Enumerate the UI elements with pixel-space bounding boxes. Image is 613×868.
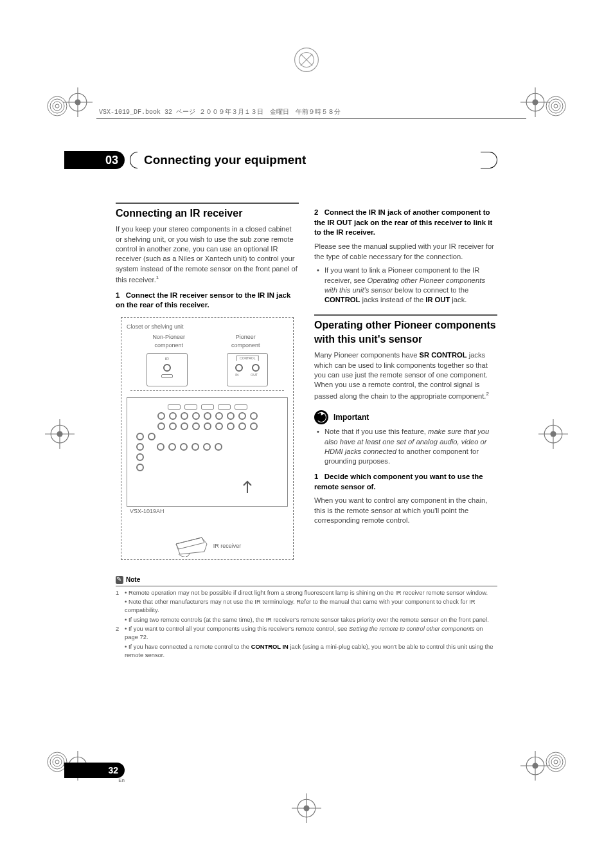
svg-point-23 [550,431,556,437]
svg-point-33 [549,99,563,113]
footnote-line: 1• Remote operation may not be possible … [116,589,497,597]
diagram-label: Pioneer component [222,333,269,349]
svg-point-42 [551,757,560,766]
note-icon [116,576,123,584]
footnote-line: 2• If you want to control all your compo… [116,625,497,641]
step-body: When you want to control any component i… [314,496,497,525]
crop-mark-icon [292,793,321,823]
chapter-title: Connecting your equipment [144,153,474,167]
component-box-icon: CONTROL IN OUT [227,353,268,386]
svg-point-27 [303,805,309,811]
register-circle-icon [545,95,567,117]
bullet-item: If you want to link a Pioneer component … [324,266,497,305]
note-label: Note [126,575,140,584]
crop-mark-icon [45,419,75,449]
step-heading: 2 Connect the IR IN jack of another comp… [314,208,497,238]
important-label: Important [333,412,369,423]
step-heading: 1 Connect the IR receiver sensor to the … [116,291,299,311]
left-column: Connecting an IR receiver If you keep yo… [116,203,299,566]
svg-point-15 [532,763,538,768]
svg-point-35 [554,104,558,108]
step-heading: 1 Decide which component you want to use… [314,472,497,492]
arrow-icon [238,476,256,494]
page-number: 32 [108,766,118,775]
register-circle-icon [545,751,567,773]
imposition-header: VSX-1019_DF.book 32 ページ ２００９年３月１３日 金曜日 午… [96,107,526,119]
svg-point-30 [53,102,62,111]
model-label: VSX-1019AH [130,507,164,515]
svg-point-3 [75,99,80,105]
component-box-icon: IR [147,353,188,386]
imposition-text: VSX-1019_DF.book 32 ページ ２００９年３月１３日 金曜日 午… [99,107,341,116]
intro-paragraph: If you keep your stereo components in a … [116,224,299,285]
svg-point-19 [57,431,62,437]
ir-receiver-icon [173,535,209,557]
crop-mark-icon [292,45,321,75]
page-lang: En [71,777,125,783]
section-intro: Many Pioneer components have SR CONTROL … [314,350,497,401]
crop-mark-icon [538,419,568,449]
bullet-list: If you want to link a Pioneer component … [314,266,497,305]
svg-point-43 [554,760,558,764]
section-heading: Operating other Pioneer components with … [314,314,497,347]
bullet-item: Note that if you use this feature, make … [324,427,497,467]
svg-point-38 [53,757,62,766]
right-column: 2 Connect the IR IN jack of another comp… [314,203,497,566]
step-body: Please see the manual supplied with your… [314,242,497,262]
svg-point-37 [50,755,64,769]
chapter-number: 03 [64,151,125,169]
svg-point-39 [55,760,59,764]
bracket-end-icon [481,152,497,168]
rear-panel-icon: VSX-1019AH [127,397,288,507]
svg-point-41 [549,755,563,769]
footnote-line: • Note that other manufacturers may not … [116,598,497,614]
connection-diagram: Closet or shelving unit Non-Pioneer comp… [121,317,294,560]
diagram-caption: Closet or shelving unit [127,323,288,330]
bullet-list: Note that if you use this feature, make … [314,427,497,467]
footnote-line: • If you have connected a remote control… [116,643,497,659]
footnote-section: Note 1• Remote operation may not be poss… [116,575,497,659]
chapter-header: 03 Connecting your equipment [64,151,497,169]
page-number-badge: 32 [64,763,125,778]
register-circle-icon [46,95,68,117]
section-heading: Connecting an IR receiver [116,203,299,221]
ir-receiver-label: IR receiver [213,542,242,550]
footnote-line: • If using two remote controls (at the s… [116,616,497,624]
svg-point-7 [532,99,538,105]
bracket-icon [130,152,138,168]
svg-point-34 [551,102,560,111]
svg-point-29 [50,99,64,113]
diagram-label: Non-Pioneer component [146,333,192,349]
important-icon [314,410,328,424]
svg-point-31 [55,104,59,108]
important-callout: Important [314,410,497,424]
